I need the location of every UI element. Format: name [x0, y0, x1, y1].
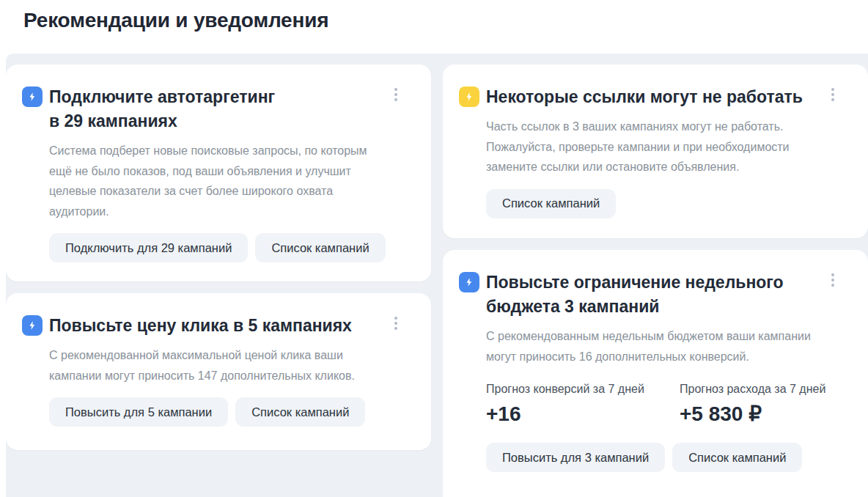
- card-title: Некоторые ссылки могут не работать: [486, 85, 839, 109]
- card-title: Подключите автотаргетинг в 29 кампаниях: [49, 85, 402, 133]
- stat-label: Прогноз расхода за 7 дней: [680, 381, 825, 397]
- card-actions: Список кампаний: [486, 189, 839, 218]
- kebab-menu-icon: [831, 88, 834, 91]
- card-autotargeting: Подключите автотаргетинг в 29 кампаниях …: [6, 65, 431, 281]
- stat-value: +16: [486, 400, 680, 428]
- kebab-menu-icon: [831, 273, 834, 276]
- card-description: Система подберет новые поисковые запросы…: [49, 141, 380, 221]
- apply-button[interactable]: Повысить для 3 кампаний: [486, 443, 665, 472]
- recommendations-panel: Подключите автотаргетинг в 29 кампаниях …: [6, 54, 868, 497]
- stat-label: Прогноз конверсий за 7 дней: [486, 381, 680, 397]
- stat-value: +5 830 ₽: [680, 400, 825, 428]
- card-menu-button[interactable]: [387, 85, 405, 104]
- card-description: С рекомендованным недельным бюджетом ваш…: [486, 326, 813, 367]
- card-menu-button[interactable]: [387, 314, 405, 333]
- card-title: Повысьте ограничение недельного бюджета …: [486, 270, 839, 319]
- spend-forecast-stat: Прогноз расхода за 7 дней +5 830 ₽: [680, 381, 825, 428]
- campaign-list-button[interactable]: Список кампаний: [486, 189, 616, 218]
- campaign-list-button[interactable]: Список кампаний: [672, 443, 802, 472]
- card-menu-button[interactable]: [824, 85, 842, 104]
- forecast-stats: Прогноз конверсий за 7 дней +16 Прогноз …: [486, 381, 839, 428]
- lightning-icon: [459, 86, 479, 107]
- card-actions: Подключить для 29 кампаний Список кампан…: [49, 233, 402, 262]
- right-column: Некоторые ссылки могут не работать Часть…: [443, 65, 868, 497]
- conversions-forecast-stat: Прогноз конверсий за 7 дней +16: [486, 381, 680, 428]
- campaign-list-button[interactable]: Список кампаний: [235, 397, 365, 427]
- apply-button[interactable]: Повысить для 5 кампании: [49, 397, 228, 427]
- kebab-menu-icon: [394, 88, 397, 91]
- card-broken-links: Некоторые ссылки могут не работать Часть…: [443, 65, 868, 238]
- page-header: Рекомендации и уведомления: [0, 0, 868, 54]
- card-description: Часть ссылок в 3 ваших кампаниях могут н…: [486, 117, 804, 177]
- left-column: Подключите автотаргетинг в 29 кампаниях …: [6, 65, 431, 450]
- card-title: Повысьте цену клика в 5 кампаниях: [49, 314, 402, 338]
- campaign-list-button[interactable]: Список кампаний: [255, 233, 385, 262]
- lightning-icon: [22, 315, 43, 336]
- page-title: Рекомендации и уведомления: [0, 0, 868, 32]
- card-raise-click-price: Повысьте цену клика в 5 кампаниях С реко…: [6, 293, 431, 450]
- apply-button[interactable]: Подключить для 29 кампаний: [49, 233, 248, 262]
- card-description: С рекомендованной максимальной ценой кли…: [49, 345, 364, 386]
- card-actions: Повысить для 5 кампании Список кампаний: [49, 397, 402, 427]
- lightning-icon: [22, 86, 43, 107]
- lightning-icon: [459, 272, 479, 292]
- card-actions: Повысить для 3 кампаний Список кампаний: [486, 443, 839, 472]
- card-raise-weekly-budget: Повысьте ограничение недельного бюджета …: [443, 250, 868, 497]
- card-menu-button[interactable]: [824, 270, 842, 290]
- kebab-menu-icon: [394, 317, 397, 320]
